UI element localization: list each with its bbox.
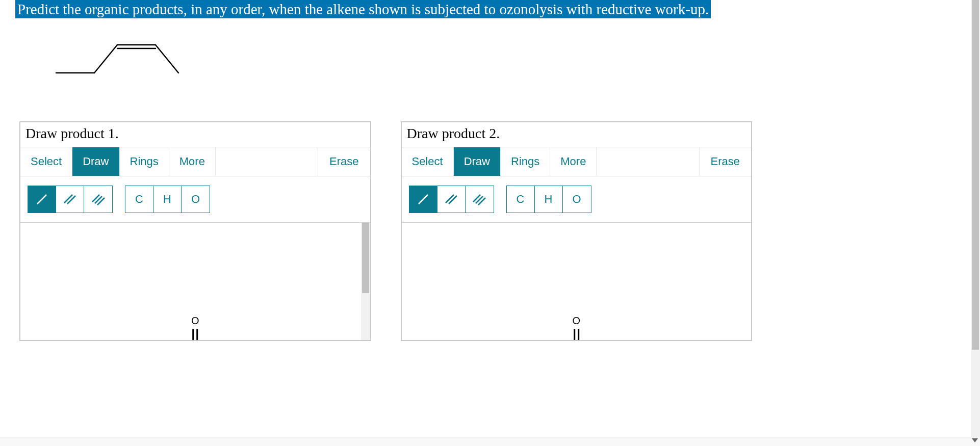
panel-1-tabs: Select Draw Rings More Erase	[20, 147, 370, 176]
tab-more[interactable]: More	[169, 147, 216, 176]
tab-rings[interactable]: Rings	[120, 147, 169, 176]
svg-line-5	[37, 195, 46, 204]
tab-spacer	[597, 147, 699, 176]
page-horizontal-scrollbar[interactable]	[0, 437, 980, 446]
svg-line-8	[92, 195, 99, 202]
bond-tool-group	[409, 186, 494, 213]
reactant-structure	[46, 32, 752, 93]
tab-select[interactable]: Select	[20, 147, 72, 176]
triple-bond-tool[interactable]	[84, 186, 112, 213]
atom-c-tool[interactable]: C	[507, 186, 535, 213]
tab-rings[interactable]: Rings	[501, 147, 550, 176]
drawn-structure-1: O	[191, 315, 199, 340]
panel-1-title: Draw product 1.	[20, 122, 370, 147]
bond-tool-group	[28, 186, 113, 213]
triple-bond-tool[interactable]	[466, 186, 494, 213]
panel-1-tools: C H O	[20, 176, 370, 223]
double-bond-glyph	[574, 329, 579, 340]
svg-line-16	[478, 198, 485, 205]
single-bond-tool[interactable]	[409, 186, 437, 213]
double-bond-glyph	[192, 329, 198, 340]
scroll-down-arrow-icon[interactable]	[972, 438, 978, 442]
svg-line-9	[95, 196, 102, 203]
product-2-panel: Draw product 2. Select Draw Rings More E…	[401, 121, 753, 341]
erase-button[interactable]: Erase	[318, 147, 370, 176]
atom-h-tool[interactable]: H	[535, 186, 563, 213]
panel-2-tabs: Select Draw Rings More Erase	[402, 147, 752, 176]
atom-h-tool[interactable]: H	[153, 186, 182, 213]
svg-line-6	[64, 195, 72, 203]
atom-tool-group: C H O	[125, 186, 210, 213]
atom-tool-group: C H O	[506, 186, 591, 213]
product-1-panel: Draw product 1. Select Draw Rings More E…	[19, 121, 371, 341]
tab-select[interactable]: Select	[402, 147, 454, 176]
single-bond-tool[interactable]	[28, 186, 56, 213]
double-bond-tool[interactable]	[437, 186, 466, 213]
canvas-scrollbar-1[interactable]	[361, 223, 370, 340]
tab-draw[interactable]: Draw	[72, 147, 119, 176]
atom-c-tool[interactable]: C	[125, 186, 153, 213]
svg-line-7	[67, 196, 75, 204]
double-bond-tool[interactable]	[56, 186, 84, 213]
tab-more[interactable]: More	[550, 147, 597, 176]
oxygen-atom-label: O	[191, 315, 199, 327]
svg-line-13	[449, 196, 457, 204]
svg-line-10	[97, 198, 105, 205]
svg-line-11	[419, 195, 428, 204]
question-text: Predict the organic products, in any ord…	[15, 0, 711, 18]
panel-2-tools: C H O	[402, 176, 752, 223]
page-vertical-scrollbar[interactable]	[971, 0, 980, 437]
atom-o-tool[interactable]: O	[182, 186, 210, 213]
panel-2-title: Draw product 2.	[402, 122, 752, 147]
oxygen-atom-label: O	[572, 315, 580, 327]
drawing-canvas-2[interactable]: O	[402, 223, 752, 340]
svg-line-12	[446, 195, 454, 203]
drawing-canvas-1[interactable]: O	[20, 223, 370, 340]
erase-button[interactable]: Erase	[699, 147, 751, 176]
svg-line-4	[156, 45, 178, 73]
svg-line-1	[94, 45, 117, 73]
svg-line-15	[476, 196, 483, 203]
svg-line-14	[473, 195, 480, 202]
tab-spacer	[216, 147, 318, 176]
atom-o-tool[interactable]: O	[563, 186, 591, 213]
tab-draw[interactable]: Draw	[454, 147, 501, 176]
drawn-structure-2: O	[572, 315, 580, 340]
